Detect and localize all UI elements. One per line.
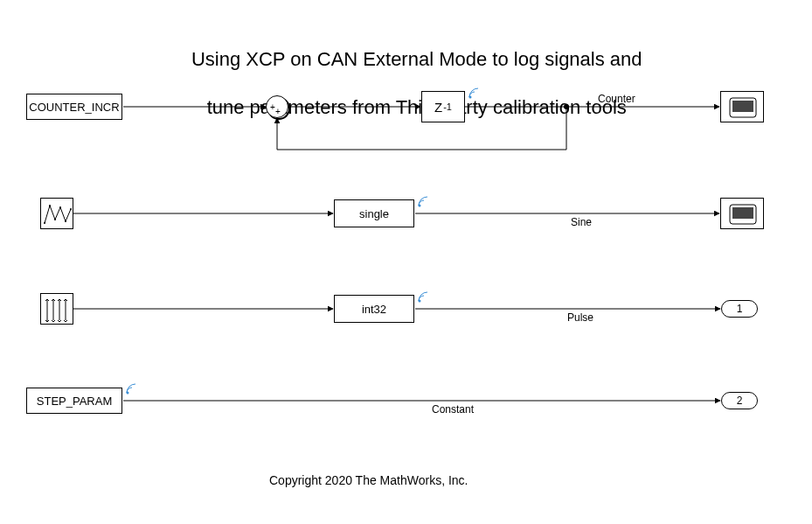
svg-point-17 bbox=[70, 208, 72, 210]
repeating-sequence-icon bbox=[41, 199, 74, 230]
dtconv-label: single bbox=[335, 200, 413, 227]
scope-block[interactable] bbox=[720, 91, 764, 122]
constant-block-label: STEP_PARAM bbox=[27, 388, 121, 413]
svg-point-27 bbox=[127, 392, 129, 395]
outport-label: 1 bbox=[721, 300, 758, 318]
constant-block-label: COUNTER_INCR bbox=[27, 94, 121, 119]
outport-block[interactable]: 1 bbox=[721, 300, 758, 318]
scope-icon bbox=[721, 92, 765, 123]
outport-label: 2 bbox=[721, 392, 758, 409]
signal-label-counter: Counter bbox=[598, 93, 635, 105]
signal-label-constant: Constant bbox=[432, 403, 474, 416]
signal-logging-icon bbox=[418, 196, 430, 208]
svg-point-12 bbox=[44, 222, 45, 224]
datatype-conversion-block[interactable]: int32 bbox=[334, 295, 414, 323]
sum-block[interactable]: + + bbox=[266, 95, 288, 118]
svg-point-13 bbox=[49, 205, 51, 206]
copyright-text: Copyright 2020 The MathWorks, Inc. bbox=[269, 473, 468, 487]
outport-block[interactable]: 2 bbox=[721, 392, 758, 409]
pulse-generator-icon bbox=[41, 294, 74, 325]
svg-point-14 bbox=[54, 219, 56, 220]
signal-label-pulse: Pulse bbox=[567, 311, 593, 324]
unit-delay-label: Z-1 bbox=[422, 92, 464, 122]
scope-block[interactable] bbox=[720, 198, 764, 229]
unit-delay-block[interactable]: Z-1 bbox=[421, 91, 465, 122]
repeating-sequence-block[interactable] bbox=[40, 198, 73, 229]
svg-rect-20 bbox=[732, 207, 753, 219]
sum-plus-icon: + bbox=[275, 107, 281, 116]
wires-layer bbox=[0, 0, 812, 524]
pulse-generator-block[interactable] bbox=[40, 293, 73, 325]
svg-point-15 bbox=[59, 206, 61, 208]
svg-point-9 bbox=[469, 96, 472, 99]
svg-point-18 bbox=[419, 205, 421, 207]
svg-point-26 bbox=[419, 300, 421, 303]
constant-block-counter-incr[interactable]: COUNTER_INCR bbox=[26, 94, 122, 120]
diagram-canvas: Using XCP on CAN External Mode to log si… bbox=[0, 0, 812, 524]
signal-label-sine: Sine bbox=[571, 216, 592, 228]
sum-plus-icon: + bbox=[270, 102, 275, 112]
svg-point-16 bbox=[65, 220, 66, 222]
constant-block-step-param[interactable]: STEP_PARAM bbox=[26, 388, 122, 414]
datatype-conversion-block[interactable]: single bbox=[334, 199, 414, 227]
signal-logging-icon bbox=[126, 383, 138, 395]
scope-icon bbox=[721, 199, 765, 230]
svg-rect-11 bbox=[732, 101, 753, 112]
signal-logging-icon bbox=[468, 87, 481, 100]
dtconv-label: int32 bbox=[335, 296, 413, 322]
signal-logging-icon bbox=[418, 291, 430, 304]
